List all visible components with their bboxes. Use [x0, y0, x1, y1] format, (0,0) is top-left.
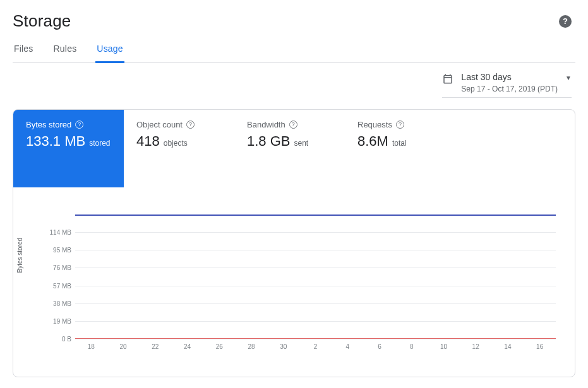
date-range-picker[interactable]: Last 30 days Sep 17 - Oct 17, 2019 (PDT)…	[442, 72, 572, 98]
metric-bytes-stored[interactable]: Bytes stored ? 133.1 MB stored	[13, 110, 124, 187]
metric-unit: stored	[89, 139, 110, 148]
x-axis: 18 20 22 24 26 28 30 2 4 6 8 10 12 14 16	[75, 343, 556, 350]
date-range-label: Last 30 days	[461, 72, 558, 82]
metric-requests[interactable]: Requests ? 8.6M total	[345, 110, 455, 187]
x-tick: 4	[332, 343, 364, 350]
help-icon[interactable]: ?	[186, 121, 195, 129]
metric-label: Bandwidth	[247, 120, 285, 129]
metric-value: 418	[136, 133, 160, 150]
y-tick: 0 B	[42, 336, 71, 343]
help-icon[interactable]: ?	[559, 15, 572, 28]
tab-usage[interactable]: Usage	[95, 44, 124, 63]
x-tick: 18	[75, 343, 107, 350]
tab-rules[interactable]: Rules	[52, 44, 78, 62]
chart: Bytes stored 114 MB 95 MB 76 MB 57 MB 38…	[13, 187, 575, 377]
metric-unit: sent	[294, 139, 308, 148]
metrics-row: Bytes stored ? 133.1 MB stored Object co…	[13, 110, 575, 187]
y-tick: 76 MB	[42, 264, 71, 271]
calendar-icon	[442, 73, 453, 87]
metric-label: Bytes stored	[26, 120, 71, 129]
metric-unit: objects	[164, 139, 188, 148]
y-tick: 114 MB	[42, 229, 71, 236]
tab-files[interactable]: Files	[13, 44, 35, 62]
x-tick: 12	[460, 343, 492, 350]
y-tick: 57 MB	[42, 282, 71, 289]
x-tick: 26	[203, 343, 236, 350]
metric-unit: total	[392, 139, 407, 148]
plot: 114 MB 95 MB 76 MB 57 MB 38 MB 19 MB 0 B…	[75, 213, 556, 339]
metric-bandwidth[interactable]: Bandwidth ? 1.8 GB sent	[234, 110, 345, 187]
y-axis-title: Bytes stored	[16, 238, 23, 273]
x-tick: 22	[139, 343, 171, 350]
x-tick: 10	[428, 343, 460, 350]
y-tick: 95 MB	[42, 247, 71, 254]
help-icon[interactable]: ?	[75, 121, 83, 129]
x-tick: 14	[492, 343, 524, 350]
x-tick: 16	[524, 343, 556, 350]
help-icon[interactable]: ?	[289, 121, 297, 129]
x-tick: 2	[299, 343, 332, 350]
x-tick: 6	[364, 343, 396, 350]
x-tick: 30	[267, 343, 299, 350]
metric-label: Object count	[136, 120, 183, 129]
help-icon[interactable]: ?	[396, 121, 404, 129]
x-tick: 8	[395, 343, 428, 350]
metric-value: 1.8 GB	[247, 133, 290, 150]
y-tick: 38 MB	[42, 300, 71, 307]
tabs: Files Rules Usage	[13, 44, 575, 63]
metric-object-count[interactable]: Object count ? 418 objects	[124, 110, 234, 187]
metric-value: 8.6M	[357, 133, 388, 150]
date-range-sub: Sep 17 - Oct 17, 2019 (PDT)	[461, 85, 558, 93]
metric-label: Requests	[357, 120, 392, 129]
usage-card: Bytes stored ? 133.1 MB stored Object co…	[13, 109, 575, 377]
x-tick: 28	[236, 343, 268, 350]
metric-value: 133.1 MB	[26, 133, 85, 150]
series-line-main	[75, 215, 556, 216]
y-tick: 19 MB	[42, 317, 71, 324]
chevron-down-icon: ▼	[565, 74, 572, 81]
page-title: Storage	[13, 11, 71, 31]
series-line-baseline	[75, 338, 556, 339]
x-tick: 24	[171, 343, 203, 350]
x-tick: 20	[107, 343, 140, 350]
